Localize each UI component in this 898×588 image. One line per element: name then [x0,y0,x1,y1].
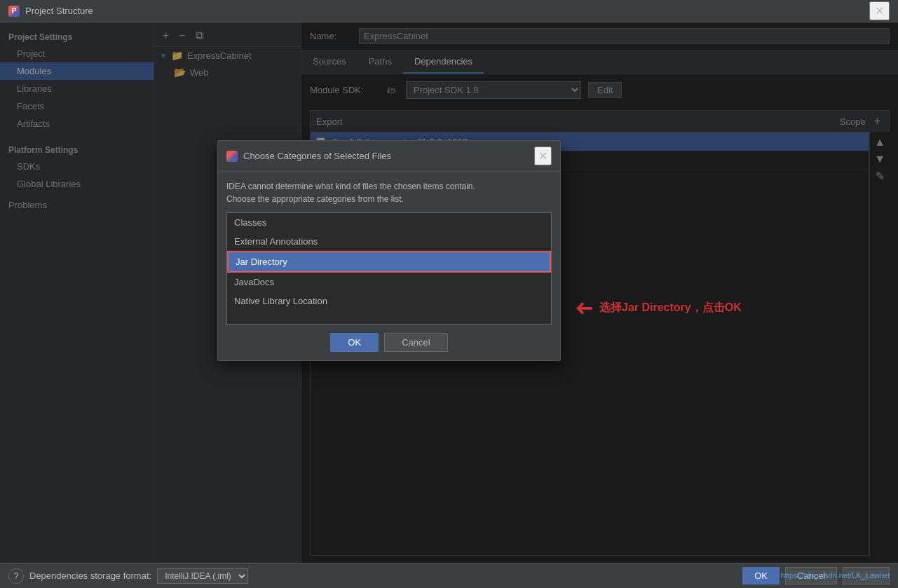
dialog: Choose Categories of Selected Files ✕ ID… [217,140,561,361]
dialog-body: IDEA cannot determine what kind of files… [218,172,560,360]
storage-label: Dependencies storage format: [29,570,151,581]
dialog-item-external-annotations[interactable]: External Annotations [227,232,551,251]
window-close-button[interactable]: ✕ [869,1,890,20]
title-bar-left: P Project Structure [8,6,93,17]
dialog-close-button[interactable]: ✕ [534,146,552,165]
annotation: ➜ 选择Jar Directory，点击OK [575,294,742,321]
title-bar: P Project Structure ✕ [0,0,898,22]
dialog-item-javadocs[interactable]: JavaDocs [227,273,551,292]
dialog-item-jar-directory[interactable]: Jar Directory [227,251,551,273]
watermark-link: https://blog.csdn.net/LK_Lawliet [781,571,890,580]
dialog-title-left: Choose Categories of Selected Files [226,151,391,162]
annotation-arrow-icon: ➜ [575,294,594,321]
dialog-item-native-library[interactable]: Native Library Location [227,292,551,310]
watermark: https://blog.csdn.net/LK_Lawliet [773,563,898,588]
dialog-buttons: OK Cancel [226,333,552,352]
dialog-item-classes[interactable]: Classes [227,213,551,232]
app-icon: P [8,6,20,17]
dialog-description: IDEA cannot determine what kind of files… [226,180,552,205]
dialog-app-icon [226,151,238,162]
bottom-bar: ? Dependencies storage format: IntelliJ … [0,563,898,588]
dialog-list: Classes External Annotations Jar Directo… [226,212,552,324]
storage-format-select[interactable]: IntelliJ IDEA (.iml) [157,568,248,584]
dialog-title-bar: Choose Categories of Selected Files ✕ [218,141,560,172]
annotation-text: 选择Jar Directory，点击OK [599,301,742,315]
help-button[interactable]: ? [8,568,24,584]
dialog-ok-button[interactable]: OK [330,333,379,352]
dialog-cancel-button[interactable]: Cancel [384,333,447,352]
dialog-title-text: Choose Categories of Selected Files [243,151,391,161]
title-bar-title: Project Structure [25,6,93,16]
bottom-bar-left: ? Dependencies storage format: IntelliJ … [8,568,248,584]
